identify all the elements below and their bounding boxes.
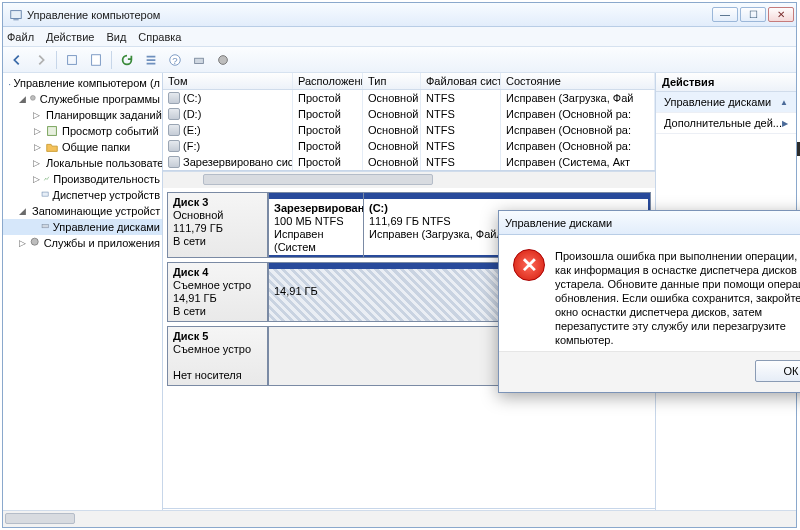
window-scroll-thumb[interactable] xyxy=(5,513,75,524)
window-hscroll[interactable] xyxy=(3,510,796,527)
svg-point-9 xyxy=(30,96,35,101)
close-button[interactable]: ✕ xyxy=(768,7,794,22)
dialog-text: Произошла ошибка при выполнении операции… xyxy=(555,249,800,347)
tree-shared[interactable]: ▷Общие папки xyxy=(3,139,162,155)
tree-diskmgmt[interactable]: Управление дисками xyxy=(3,219,162,235)
menubar: Файл Действие Вид Справка xyxy=(3,27,796,47)
dialog-titlebar[interactable]: Управление дисками ✕ xyxy=(499,211,800,235)
col-layout[interactable]: Расположение xyxy=(293,73,363,89)
svg-rect-3 xyxy=(92,54,101,65)
refresh-button[interactable] xyxy=(116,49,138,71)
tree-perf[interactable]: ▷Производительность xyxy=(3,171,162,187)
maximize-button[interactable]: ☐ xyxy=(740,7,766,22)
svg-rect-11 xyxy=(48,127,57,136)
disk-4-info: Диск 4 Съемное устро 14,91 ГБ В сети xyxy=(168,263,268,321)
minimize-button[interactable]: — xyxy=(712,7,738,22)
svg-point-7 xyxy=(219,55,228,64)
svg-rect-1 xyxy=(13,19,18,20)
actions-header: Действия xyxy=(656,73,796,92)
svg-rect-8 xyxy=(9,85,10,86)
ok-button[interactable]: ОК xyxy=(755,360,800,382)
svg-point-16 xyxy=(31,238,38,245)
tree-tasksched[interactable]: ▷Планировщик заданий xyxy=(3,107,162,123)
actions-diskmgmt[interactable]: Управление дисками▲ xyxy=(656,92,796,113)
scroll-thumb[interactable] xyxy=(203,174,433,185)
error-icon: ✕ xyxy=(513,249,545,281)
properties-button[interactable] xyxy=(85,49,107,71)
svg-rect-0 xyxy=(11,10,22,18)
tree-services[interactable]: ▷Службы и приложения xyxy=(3,235,162,251)
volume-row[interactable]: (F:)ПростойОсновнойNTFSИсправен (Основно… xyxy=(163,138,655,154)
up-button[interactable] xyxy=(61,49,83,71)
volume-row[interactable]: (E:)ПростойОсновнойNTFSИсправен (Основно… xyxy=(163,122,655,138)
col-volume[interactable]: Том xyxy=(163,73,293,89)
volume-header-row: Том Расположение Тип Файловая система Со… xyxy=(163,73,655,90)
tree-root[interactable]: Управление компьютером (л xyxy=(3,75,162,91)
volume-row[interactable]: (D:)ПростойОсновнойNTFSИсправен (Основно… xyxy=(163,106,655,122)
disk-5-info: Диск 5 Съемное устро Нет носителя xyxy=(168,327,268,385)
col-fs[interactable]: Файловая система xyxy=(421,73,501,89)
error-dialog: Управление дисками ✕ ✕ Произошла ошибка … xyxy=(498,210,800,393)
menu-action[interactable]: Действие xyxy=(46,31,94,43)
svg-text:?: ? xyxy=(172,54,177,65)
svg-rect-15 xyxy=(42,224,48,227)
menu-view[interactable]: Вид xyxy=(106,31,126,43)
list-hscroll[interactable] xyxy=(163,171,655,188)
disk3-part-reserved[interactable]: Зарезервирован 100 МБ NTFS Исправен (Сис… xyxy=(268,193,363,257)
tree-storage[interactable]: ◢Запоминающие устройст xyxy=(3,203,162,219)
volume-row[interactable]: (C:)ПростойОсновнойNTFSИсправен (Загрузк… xyxy=(163,90,655,106)
extra-button-1[interactable] xyxy=(188,49,210,71)
menu-help[interactable]: Справка xyxy=(138,31,181,43)
volume-list: Том Расположение Тип Файловая система Со… xyxy=(163,73,655,171)
extra-button-2[interactable] xyxy=(212,49,234,71)
tree-systools[interactable]: ◢Служебные программы xyxy=(3,91,162,107)
toolbar: ? xyxy=(3,47,796,73)
disk-3-info: Диск 3 Основной 111,79 ГБ В сети xyxy=(168,193,268,257)
svg-rect-13 xyxy=(42,192,48,196)
app-icon xyxy=(9,8,23,22)
dialog-title: Управление дисками xyxy=(505,217,800,229)
col-type[interactable]: Тип xyxy=(363,73,421,89)
view-list-button[interactable] xyxy=(140,49,162,71)
menu-file[interactable]: Файл xyxy=(7,31,34,43)
actions-more[interactable]: Дополнительные дей...▶ xyxy=(656,113,796,134)
titlebar[interactable]: Управление компьютером — ☐ ✕ xyxy=(3,3,796,27)
tree-devmgr[interactable]: Диспетчер устройств xyxy=(3,187,162,203)
window-title: Управление компьютером xyxy=(27,9,712,21)
chevron-right-icon: ▶ xyxy=(782,119,788,128)
back-button[interactable] xyxy=(6,49,28,71)
tree-eventviewer[interactable]: ▷Просмотр событий xyxy=(3,123,162,139)
col-state[interactable]: Состояние xyxy=(501,73,655,89)
tree-pane: Управление компьютером (л ◢Служебные про… xyxy=(3,73,163,527)
volume-row[interactable]: Зарезервировано системойПростойОсновнойN… xyxy=(163,154,655,170)
tree-users[interactable]: ▷Локальные пользовате xyxy=(3,155,162,171)
svg-rect-6 xyxy=(195,58,204,63)
svg-rect-2 xyxy=(68,55,77,64)
chevron-up-icon: ▲ xyxy=(780,98,788,107)
forward-button[interactable] xyxy=(30,49,52,71)
help-button[interactable]: ? xyxy=(164,49,186,71)
